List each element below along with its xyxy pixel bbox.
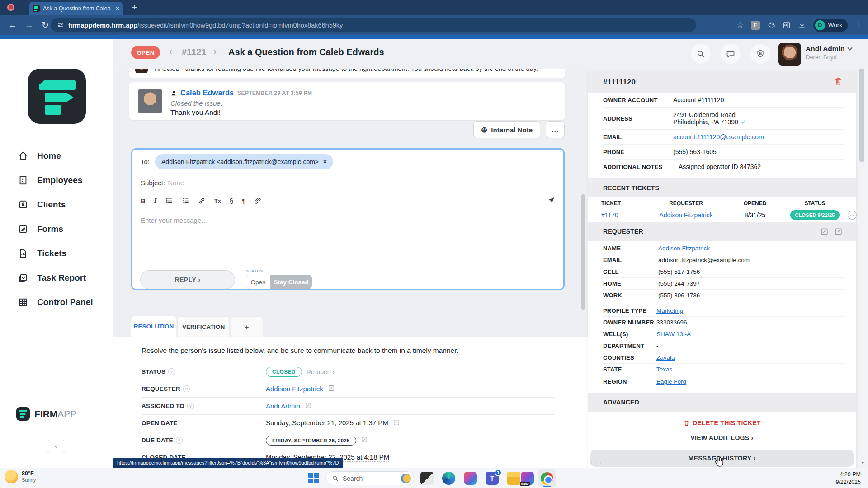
open-date-value[interactable]: Sunday, September 21, 2025 at 1:37 PM — [266, 419, 388, 427]
extension-f-icon[interactable]: F — [751, 21, 760, 30]
browser-menu-icon[interactable]: ⋮ — [855, 20, 863, 30]
user-name[interactable]: Andi Admin — [806, 45, 852, 53]
edit-icon[interactable] — [305, 402, 312, 411]
scroll-down-icon[interactable]: ▼ — [858, 461, 868, 465]
requester-row: PROFILE TYPEMarketing — [603, 305, 843, 317]
view-audit-logs-button[interactable]: VIEW AUDIT LOGS › — [588, 434, 856, 441]
bullet-list-icon[interactable] — [165, 197, 173, 205]
taskbar-weather[interactable]: 89°F Sunny — [5, 470, 36, 483]
link-icon[interactable] — [198, 197, 206, 205]
back-icon[interactable]: ← — [8, 20, 17, 30]
county-link[interactable]: Zavala — [656, 354, 843, 361]
toggle-open[interactable]: Open — [246, 275, 270, 289]
forward-icon[interactable]: → — [25, 20, 33, 30]
edit-icon[interactable] — [328, 385, 335, 394]
tab-resolution[interactable]: RESOLUTION — [131, 316, 176, 337]
format-toolbar: B I Tx § ¶ — [132, 192, 563, 210]
taskbar-clock[interactable]: 4:20 PM 9/22/2025 — [835, 471, 861, 486]
tab-add[interactable]: + — [231, 316, 263, 337]
url-bar[interactable]: firmappdemo.firm.app/issue/edit/ismfvm0h… — [51, 18, 696, 32]
attachment-icon[interactable] — [254, 197, 262, 205]
trash-icon[interactable] — [834, 77, 843, 88]
sidebar-item-control-panel[interactable]: Control Panel — [0, 290, 113, 314]
messages-button[interactable] — [721, 44, 741, 64]
message-author-link[interactable]: Caleb Edwards — [180, 89, 234, 97]
next-ticket-icon[interactable]: › — [213, 46, 217, 58]
reopen-link[interactable]: Re-open › — [307, 368, 335, 375]
sidebar-item-clients[interactable]: Clients — [0, 192, 113, 217]
toggle-stay-closed[interactable]: Stay Closed — [270, 275, 312, 289]
clear-format-button[interactable]: Tx — [214, 197, 221, 204]
bookmark-star-icon[interactable]: ☆ — [736, 20, 743, 30]
task-view-button[interactable] — [420, 472, 434, 485]
sidebar-item-forms[interactable]: Forms — [0, 217, 113, 241]
state-link[interactable]: Texas — [656, 366, 843, 373]
due-date-pill[interactable]: FRIDAY, SEPTEMBER 26, 2025 — [266, 436, 356, 446]
well-link[interactable]: SHAW 13I-A — [656, 331, 843, 338]
delete-ticket-button[interactable]: DELETE THIS TICKET — [588, 419, 856, 427]
downloads-icon[interactable] — [798, 21, 806, 29]
pilcrow-button[interactable]: ¶ — [242, 197, 245, 205]
taskbar-search[interactable]: Search — [326, 471, 414, 485]
remove-recipient-icon[interactable]: × — [323, 158, 327, 165]
paper-plane-icon[interactable] — [547, 196, 555, 204]
sidebar-item-employees[interactable]: Employees — [0, 168, 113, 192]
profile-type-link[interactable]: Marketing — [656, 307, 843, 314]
reload-icon[interactable]: ↻ — [42, 20, 49, 30]
site-info-icon[interactable] — [57, 22, 64, 28]
tab-close-icon[interactable]: × — [116, 5, 119, 12]
new-tab-button[interactable]: + — [132, 3, 137, 13]
sidebar-item-task-report[interactable]: Task Report — [0, 266, 113, 290]
side-panel-search-icon[interactable] — [783, 21, 791, 29]
row-more-icon[interactable]: ⋯ — [848, 211, 857, 220]
recent-tickets-table: TICKET REQUESTER OPENED STATUS #1170 Add… — [594, 200, 843, 220]
prev-ticket-icon[interactable]: ‹ — [169, 46, 172, 58]
assignee-link[interactable]: Andi Admin — [266, 402, 300, 410]
reply-button[interactable]: REPLY › — [140, 270, 235, 289]
numbered-list-icon[interactable] — [182, 197, 189, 205]
section-button[interactable]: § — [230, 197, 233, 205]
requester-name-link[interactable]: Addison Fitzpatrick — [658, 245, 843, 252]
bold-button[interactable]: B — [141, 197, 146, 205]
requester-link[interactable]: Addison Fitzpatrick — [266, 385, 323, 393]
edit-icon[interactable] — [393, 419, 400, 428]
subject-field[interactable]: Subject: None — [132, 174, 563, 192]
help-icon[interactable]: ? — [183, 385, 190, 392]
requester-link[interactable]: Addison Fitzpatrick — [644, 211, 728, 219]
sidebar-collapse-button[interactable]: ‹ — [47, 440, 65, 453]
browser-profile-button[interactable]: D Work — [813, 19, 848, 32]
edit-requester-icon[interactable] — [820, 227, 829, 236]
page-scrollbar[interactable]: ▲ ▼ — [858, 39, 868, 468]
internal-note-button[interactable]: ⊕ Internal Note — [473, 121, 540, 138]
tab-verification[interactable]: VERIFICATION — [177, 316, 230, 337]
copilot-icon[interactable] — [464, 472, 477, 485]
sidebar-item-tickets[interactable]: Tickets — [0, 241, 113, 266]
m365-copilot-icon[interactable]: M365 — [521, 472, 534, 485]
content-scrollbar-thumb[interactable] — [581, 194, 585, 310]
edge-icon[interactable] — [442, 472, 455, 485]
user-avatar[interactable] — [778, 43, 801, 66]
region-link[interactable]: Eagle Ford — [656, 378, 843, 385]
to-label: To: — [141, 158, 150, 165]
edit-icon[interactable] — [361, 436, 368, 445]
message-input[interactable]: Enter your message... — [132, 210, 563, 269]
teams-icon[interactable]: T 1 — [486, 472, 499, 485]
file-explorer-icon[interactable] — [507, 472, 520, 485]
chrome-taskbar-button[interactable] — [538, 469, 556, 487]
admin-button[interactable] — [750, 44, 770, 64]
browser-tab[interactable]: Ask a Question from Caleb Edw × — [29, 2, 123, 15]
help-icon[interactable]: ? — [187, 403, 194, 409]
more-options-button[interactable]: ... — [546, 121, 565, 138]
ticket-link[interactable]: #1170 — [601, 211, 644, 219]
recipient-chip[interactable]: Addison Fitzpatrick <addison.fitzpatrick… — [155, 154, 333, 169]
sidebar-item-home[interactable]: Home — [0, 144, 113, 168]
account-email-link[interactable]: account.1111120@example.com — [673, 133, 843, 141]
windows-start-button[interactable] — [308, 473, 320, 484]
search-button[interactable] — [691, 44, 711, 64]
help-icon[interactable]: ? — [168, 368, 175, 375]
italic-button[interactable]: I — [154, 197, 157, 205]
resize-handle-icon[interactable]: ⋮⋮⋮ — [590, 461, 603, 466]
help-icon[interactable]: ? — [176, 437, 183, 444]
open-requester-icon[interactable] — [834, 227, 843, 236]
extensions-puzzle-icon[interactable] — [767, 21, 775, 29]
